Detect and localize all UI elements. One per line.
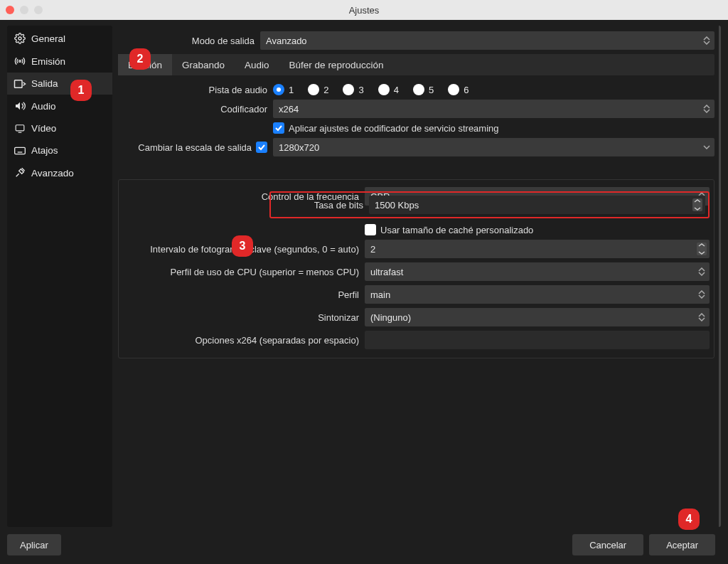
- spinner-icon[interactable]: [697, 243, 707, 255]
- settings-sidebar: General Emisión Salida Audio: [7, 26, 112, 527]
- keyframe-value: 2: [370, 244, 375, 255]
- sidebar-item-audio[interactable]: Audio: [7, 95, 112, 117]
- output-mode-select[interactable]: Avanzado: [260, 31, 714, 50]
- cpu-preset-label: Perfil de uso de CPU (superior = menos C…: [123, 267, 365, 277]
- maximize-window-button[interactable]: [34, 6, 43, 14]
- output-tabs: Emisión Grabando Audio Búfer de reproduc…: [118, 54, 714, 75]
- cpu-preset-select[interactable]: ultrafast: [365, 262, 710, 281]
- svg-rect-3: [16, 124, 24, 130]
- output-icon: [13, 79, 27, 89]
- tab-grabando[interactable]: Grabando: [172, 54, 235, 75]
- tune-select[interactable]: (Ninguno): [365, 308, 710, 326]
- marker-2: 2: [129, 48, 151, 70]
- tab-bufer[interactable]: Búfer de reproducción: [279, 54, 394, 75]
- audio-track-5[interactable]: 5: [413, 84, 434, 95]
- sidebar-item-avanzado[interactable]: Avanzado: [7, 161, 112, 184]
- enforce-streaming-checkbox[interactable]: Aplicar ajustes de codificador de servic…: [273, 122, 499, 134]
- output-mode-label: Modo de salida: [118, 36, 260, 46]
- updown-icon: [702, 102, 712, 115]
- sidebar-item-atajos[interactable]: Atajos: [7, 139, 112, 161]
- sidebar-label: Audio: [31, 101, 56, 112]
- marker-4: 4: [678, 509, 700, 530]
- keyframe-input[interactable]: 2: [365, 240, 710, 258]
- check-icon: [365, 224, 376, 235]
- audio-track-label: Pista de audio: [118, 85, 273, 95]
- custom-buffer-label: Usar tamaño de caché personalizado: [380, 225, 533, 235]
- sidebar-label: Vídeo: [31, 123, 56, 134]
- radio-icon: [413, 84, 424, 95]
- x264opts-label: Opciones x264 (separadas por espacio): [123, 335, 365, 346]
- tune-value: (Ninguno): [370, 312, 411, 323]
- sidebar-item-emision[interactable]: Emisión: [7, 50, 112, 73]
- updown-icon: [697, 288, 707, 301]
- sidebar-item-general[interactable]: General: [7, 27, 112, 50]
- updown-icon: [702, 34, 712, 47]
- minimize-window-button[interactable]: [20, 6, 28, 14]
- close-window-button[interactable]: [6, 6, 14, 14]
- audio-track-4[interactable]: 4: [378, 84, 399, 95]
- enforce-streaming-label: Aplicar ajustes de codificador de servic…: [289, 123, 499, 134]
- keyboard-icon: [13, 147, 27, 155]
- bitrate-value: 1500 Kbps: [375, 200, 419, 211]
- tune-label: Sintonizar: [123, 312, 365, 323]
- radio-icon: [448, 84, 459, 95]
- monitor-icon: [13, 124, 27, 134]
- marker-3: 3: [232, 235, 253, 257]
- profile-label: Perfil: [123, 289, 365, 300]
- cpu-preset-value: ultrafast: [370, 267, 403, 277]
- cancel-button[interactable]: Cancelar: [572, 534, 643, 555]
- window-titlebar: Ajustes: [0, 0, 728, 20]
- spinner-icon[interactable]: [692, 198, 702, 211]
- encoder-label: Codificador: [118, 104, 273, 115]
- radio-icon: [343, 84, 354, 95]
- audio-track-2[interactable]: 2: [308, 84, 328, 95]
- settings-panel: Modo de salida Avanzado Emisión Grabando…: [118, 26, 721, 527]
- window-title: Ajustes: [349, 5, 380, 16]
- antenna-icon: [13, 55, 27, 67]
- output-mode-value: Avanzado: [266, 36, 307, 46]
- svg-point-0: [18, 37, 21, 40]
- window-controls: [6, 6, 43, 14]
- audio-track-3[interactable]: 3: [343, 84, 363, 95]
- tools-icon: [13, 167, 27, 179]
- dialog-button-bar: Aplicar Cancelar Aceptar: [7, 534, 715, 555]
- encoder-settings-box: Control de la frecuencia CBR: [118, 179, 714, 358]
- audio-track-1[interactable]: 1: [273, 84, 294, 95]
- sidebar-item-salida[interactable]: Salida: [7, 73, 112, 95]
- svg-point-1: [19, 60, 21, 63]
- sidebar-label: Atajos: [31, 145, 58, 156]
- radio-icon: [308, 84, 319, 95]
- sidebar-label: General: [31, 33, 65, 44]
- x264opts-input[interactable]: [365, 331, 710, 349]
- marker-1: 1: [70, 80, 92, 101]
- sidebar-label: Salida: [31, 78, 58, 89]
- check-icon: [273, 122, 284, 134]
- updown-icon: [697, 265, 707, 278]
- bitrate-highlight: Tasa de bits 1500 Kbps: [269, 191, 710, 218]
- bitrate-input[interactable]: 1500 Kbps: [369, 196, 705, 214]
- svg-rect-5: [15, 147, 26, 154]
- apply-button[interactable]: Aplicar: [7, 534, 61, 555]
- chevron-down-icon: [702, 141, 712, 154]
- rescale-value: 1280x720: [279, 142, 319, 153]
- svg-rect-2: [15, 80, 23, 87]
- radio-icon: [273, 84, 284, 95]
- rescale-select[interactable]: 1280x720: [273, 138, 714, 156]
- profile-select[interactable]: main: [365, 285, 710, 304]
- tab-audio[interactable]: Audio: [235, 54, 279, 75]
- profile-value: main: [370, 289, 390, 300]
- encoder-value: x264: [279, 104, 299, 115]
- rescale-label: Cambiar la escala de salida: [138, 142, 252, 153]
- sidebar-item-video[interactable]: Vídeo: [7, 117, 112, 139]
- rescale-checkbox[interactable]: [256, 142, 267, 153]
- gear-icon: [13, 33, 27, 44]
- audio-track-radios: 1 2 3 4 5 6: [273, 84, 469, 95]
- ok-button[interactable]: Aceptar: [649, 534, 715, 555]
- radio-icon: [378, 84, 390, 95]
- updown-icon: [697, 311, 707, 324]
- speaker-icon: [13, 100, 27, 112]
- encoder-select[interactable]: x264: [273, 100, 714, 118]
- bitrate-label: Tasa de bits: [274, 200, 369, 211]
- audio-track-6[interactable]: 6: [448, 84, 469, 95]
- custom-buffer-checkbox[interactable]: Usar tamaño de caché personalizado: [365, 224, 533, 235]
